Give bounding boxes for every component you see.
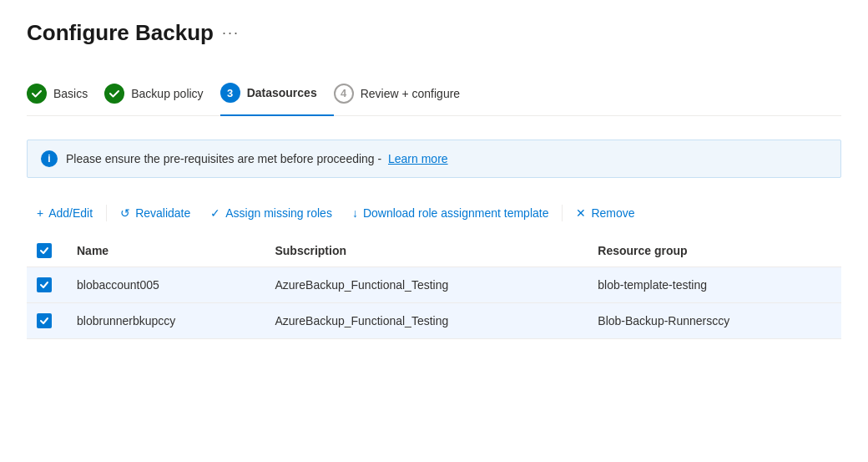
step-datasources-label: Datasources xyxy=(247,86,317,99)
row1-checkbox[interactable] xyxy=(37,277,52,292)
table-row[interactable]: blobrunnerbkupccy AzureBackup_Functional… xyxy=(27,303,841,339)
step-review-configure-label: Review + configure xyxy=(361,87,460,100)
th-subscription: Subscription xyxy=(265,235,588,267)
td-select-row2 xyxy=(27,303,67,339)
td-subscription-row1: AzureBackup_Functional_Testing xyxy=(265,267,588,303)
td-resource-group-row2: Blob-Backup-Runnersccy xyxy=(588,303,841,339)
td-subscription-row2: AzureBackup_Functional_Testing xyxy=(265,303,588,339)
step-datasources[interactable]: 3 Datasources xyxy=(220,73,334,116)
td-resource-group-row1: blob-template-testing xyxy=(588,267,841,303)
step-datasources-icon: 3 xyxy=(220,83,240,103)
revalidate-button[interactable]: ↺ Revalidate xyxy=(110,201,200,225)
wizard-steps: Basics Backup policy 3 Datasources 4 Rev… xyxy=(27,73,841,116)
add-edit-button[interactable]: + Add/Edit xyxy=(27,201,103,225)
revalidate-icon: ↺ xyxy=(120,206,130,220)
td-name-row2: blobrunnerbkupccy xyxy=(67,303,265,339)
info-banner-text: Please ensure the pre-requisites are met… xyxy=(66,152,448,165)
step-backup-policy[interactable]: Backup policy xyxy=(104,74,220,115)
step-basics-icon xyxy=(27,84,47,104)
step-basics-label: Basics xyxy=(53,87,88,100)
info-banner: i Please ensure the pre-requisites are m… xyxy=(27,140,841,178)
table-header-row: Name Subscription Resource group xyxy=(27,235,841,267)
select-all-checkbox[interactable] xyxy=(37,243,52,258)
download-template-icon: ↓ xyxy=(352,206,358,220)
toolbar-separator-1 xyxy=(106,205,107,221)
step-basics[interactable]: Basics xyxy=(27,74,104,115)
page-title: Configure Backup xyxy=(27,20,214,46)
more-options-icon[interactable]: ··· xyxy=(222,24,240,42)
info-icon: i xyxy=(41,150,58,167)
td-select-row1 xyxy=(27,267,67,303)
download-template-button[interactable]: ↓ Download role assignment template xyxy=(342,201,559,225)
page-container: Configure Backup ··· Basics Backup polic… xyxy=(0,0,868,359)
th-resource-group: Resource group xyxy=(588,235,841,267)
step-backup-policy-label: Backup policy xyxy=(131,87,203,100)
th-select xyxy=(27,235,67,267)
toolbar: + Add/Edit ↺ Revalidate ✓ Assign missing… xyxy=(27,198,841,228)
step-review-configure[interactable]: 4 Review + configure xyxy=(334,74,477,115)
table-row[interactable]: blobaccount005 AzureBackup_Functional_Te… xyxy=(27,267,841,303)
assign-roles-button[interactable]: ✓ Assign missing roles xyxy=(200,201,342,225)
remove-button[interactable]: ✕ Remove xyxy=(566,201,644,225)
step-review-configure-icon: 4 xyxy=(334,84,354,104)
learn-more-link[interactable]: Learn more xyxy=(388,152,448,165)
page-title-row: Configure Backup ··· xyxy=(27,20,841,46)
assign-roles-icon: ✓ xyxy=(210,206,220,220)
row2-checkbox[interactable] xyxy=(37,313,52,328)
td-name-row1: blobaccount005 xyxy=(67,267,265,303)
th-name: Name xyxy=(67,235,265,267)
step-backup-policy-icon xyxy=(104,84,124,104)
toolbar-separator-2 xyxy=(562,205,563,221)
datasources-table: Name Subscription Resource group xyxy=(27,235,841,339)
remove-icon: ✕ xyxy=(576,206,586,220)
add-edit-icon: + xyxy=(37,206,43,220)
